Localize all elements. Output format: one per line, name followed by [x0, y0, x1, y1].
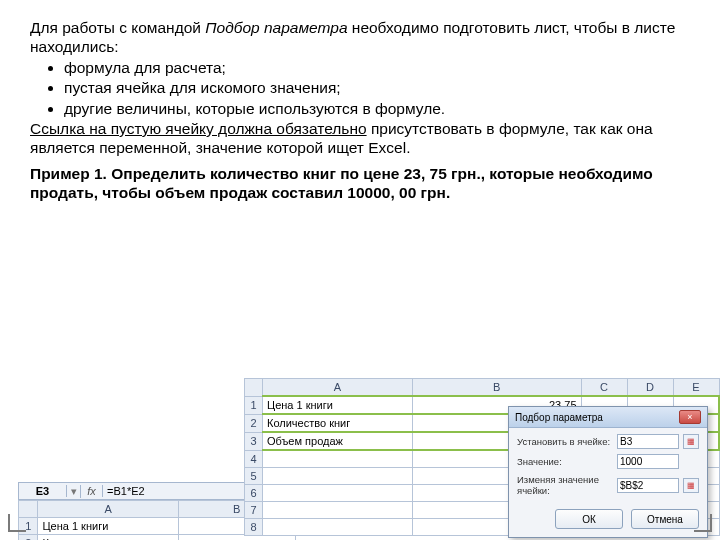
bullet-1: формула для расчета; [64, 58, 690, 77]
set-cell-label: Установить в ячейке: [517, 436, 613, 447]
slide-corner-icon [694, 514, 712, 532]
select-all-cell[interactable] [245, 379, 263, 397]
changing-cell-label: Изменяя значение ячейки: [517, 474, 613, 496]
name-box[interactable]: E3 [19, 485, 67, 497]
to-value-input[interactable] [617, 454, 679, 469]
cell[interactable]: Количество книг [38, 535, 178, 540]
command-name: Подбор параметра [205, 19, 347, 36]
cell[interactable]: Объем продаж [263, 432, 413, 450]
fx-icon[interactable]: fx [81, 485, 103, 497]
row-header[interactable]: 7 [245, 501, 263, 518]
example-text: Пример 1. Определить количество книг по … [30, 164, 690, 203]
dialog-titlebar[interactable]: Подбор параметра × [509, 407, 707, 428]
cell[interactable] [263, 501, 413, 518]
goal-seek-dialog: Подбор параметра × Установить в ячейке: … [508, 406, 708, 538]
row-header[interactable]: 3 [245, 432, 263, 450]
cell[interactable]: Количество книг [263, 414, 413, 432]
slide-corner-icon [8, 514, 26, 532]
ok-button[interactable]: ОК [555, 509, 623, 529]
col-header[interactable]: E [673, 379, 719, 397]
cell[interactable]: Цена 1 книги [38, 518, 178, 535]
row-header[interactable]: 2 [245, 414, 263, 432]
cell[interactable] [263, 484, 413, 501]
bullet-list: формула для расчета; пустая ячейка для и… [64, 58, 690, 118]
namebox-dropdown-icon[interactable]: ▾ [67, 485, 81, 498]
cancel-button[interactable]: Отмена [631, 509, 699, 529]
set-cell-input[interactable] [617, 434, 679, 449]
col-header[interactable]: C [581, 379, 627, 397]
row-header[interactable]: 2 [19, 535, 38, 540]
changing-cell-input[interactable] [617, 478, 679, 493]
close-icon[interactable]: × [679, 410, 701, 424]
intro-p2a: Ссылка на пустую ячейку должна обязатель… [30, 120, 367, 137]
cell[interactable] [263, 467, 413, 484]
cell[interactable]: Цена 1 книги [263, 396, 413, 414]
range-picker-icon[interactable]: ▦ [683, 434, 699, 449]
row-header[interactable]: 5 [245, 467, 263, 484]
cell[interactable] [178, 535, 295, 540]
dialog-title: Подбор параметра [515, 412, 603, 423]
row-header[interactable]: 8 [245, 518, 263, 535]
col-header[interactable]: B [413, 379, 582, 397]
col-header[interactable]: A [263, 379, 413, 397]
cell[interactable] [263, 450, 413, 467]
bullet-2: пустая ячейка для искомого значения; [64, 78, 690, 97]
bullet-3: другие величины, которые используются в … [64, 99, 690, 118]
to-value-label: Значение: [517, 456, 613, 467]
col-header[interactable]: D [627, 379, 673, 397]
col-header-a[interactable]: A [38, 501, 178, 518]
intro-p1a: Для работы с командой [30, 19, 205, 36]
intro-text: Для работы с командой Подбор параметра н… [30, 18, 690, 158]
row-header[interactable]: 1 [245, 396, 263, 414]
cell[interactable] [263, 518, 413, 535]
range-picker-icon[interactable]: ▦ [683, 478, 699, 493]
row-header[interactable]: 6 [245, 484, 263, 501]
row-header[interactable]: 4 [245, 450, 263, 467]
